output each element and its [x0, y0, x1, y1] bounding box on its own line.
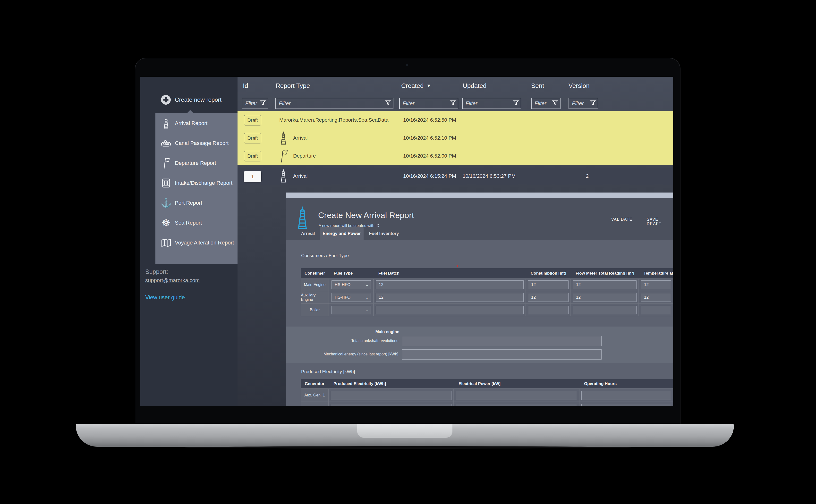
laptop-shadow — [184, 446, 632, 449]
tab-energy-and-power[interactable]: Energy and Power — [320, 227, 363, 240]
sidebar-item-intake-discharge-report[interactable]: Intake/Discharge Report — [155, 173, 237, 193]
table-row[interactable]: 1 Arrival 10/16/2024 6:15:24 PM 10/16/20… — [237, 168, 673, 185]
created-cell: 10/16/2024 6:52:00 PM — [403, 153, 456, 159]
column-header-report-type[interactable]: Report Type — [276, 82, 310, 90]
consumer-label: Boiler — [301, 304, 329, 316]
funnel-icon[interactable] — [513, 100, 519, 107]
mechanical-energy-input[interactable] — [402, 349, 602, 360]
funnel-icon[interactable] — [552, 100, 558, 107]
filter-updated-input[interactable] — [465, 100, 512, 107]
table-row[interactable]: Draft Marorka.Maren.Reporting.Reports.Se… — [237, 111, 673, 129]
electrical-power-input[interactable] — [456, 404, 577, 406]
filter-version-input[interactable] — [572, 100, 589, 107]
table-row: Boiler ⌄ — [301, 304, 673, 316]
temperature-input[interactable] — [641, 280, 671, 289]
funnel-icon[interactable] — [260, 100, 266, 107]
report-type-cell: Departure — [293, 153, 316, 159]
column-header-id[interactable]: Id — [243, 82, 248, 90]
filter-sent-input[interactable] — [534, 100, 551, 107]
create-arrival-report-modal: Create New Arrival Report A new report w… — [286, 193, 673, 406]
support-email-link[interactable]: support@marorka.com — [145, 277, 200, 284]
sidebar-item-canal-passage-report[interactable]: Canal Passage Report — [155, 133, 237, 153]
table-row[interactable]: Draft Departure 10/16/2024 6:52:00 PM — [237, 147, 673, 165]
filter-id-input[interactable] — [245, 100, 258, 107]
column-header-created[interactable]: Created ▼ — [401, 82, 431, 90]
modal-title: Create New Arrival Report — [318, 210, 414, 220]
fuel-type-select[interactable]: HS-HFO⌄ — [331, 293, 371, 302]
consumption-input[interactable] — [528, 293, 569, 302]
lighthouse-icon — [279, 131, 287, 146]
filter-id — [242, 98, 268, 109]
required-marker — [457, 265, 458, 267]
fuel-batch-input[interactable] — [376, 306, 524, 314]
report-type-cell: Arrival — [293, 135, 308, 141]
support-label: Support: — [145, 268, 168, 275]
col-consumption: Consumption [mt] — [526, 268, 571, 278]
anchor-icon: ⚓ — [159, 199, 173, 207]
validate-button[interactable]: VALIDATE — [611, 217, 632, 222]
electrical-power-input[interactable] — [456, 391, 577, 400]
created-cell: 10/16/2024 6:52:50 PM — [403, 117, 456, 123]
flow-meter-input[interactable] — [573, 306, 637, 314]
status-badge[interactable]: Draft — [244, 151, 261, 161]
status-badge[interactable]: Draft — [244, 115, 261, 126]
create-new-report-button[interactable]: Create new report — [161, 95, 221, 105]
produced-electricity-input[interactable] — [331, 404, 452, 406]
sidebar-item-voyage-alteration-report[interactable]: Voyage Alteration Report — [155, 233, 237, 253]
field-label: Total crankshaft revolutions — [286, 339, 398, 343]
chevron-down-icon: ⌄ — [365, 283, 369, 287]
filter-created-input[interactable] — [402, 100, 449, 107]
sidebar-item-port-report[interactable]: ⚓ Port Report — [155, 193, 237, 213]
fuel-batch-input[interactable] — [376, 293, 524, 302]
funnel-icon[interactable] — [590, 100, 596, 107]
report-type-cell: Arrival — [293, 173, 308, 179]
table-row[interactable]: Draft Arrival 10/16/2024 6:52:10 PM — [237, 129, 673, 147]
sidebar-item-label: Arrival Report — [175, 120, 207, 126]
temperature-input[interactable] — [641, 306, 671, 314]
sidebar-item-sea-report[interactable]: ☸ Sea Report — [155, 213, 237, 233]
fuel-type-select[interactable]: HS-HFO⌄ — [331, 280, 371, 289]
menu-pointer — [186, 110, 194, 114]
flow-meter-input[interactable] — [573, 293, 637, 302]
map-icon — [159, 238, 173, 247]
produced-electricity-input[interactable] — [331, 391, 452, 400]
tab-fuel-inventory[interactable]: Fuel Inventory — [366, 227, 402, 240]
fuel-batch-input[interactable] — [376, 280, 524, 289]
tab-arrival[interactable]: Arrival — [296, 227, 320, 240]
operating-hours-input[interactable] — [581, 404, 671, 406]
report-id-badge[interactable]: 1 — [244, 171, 261, 182]
barrel-icon — [159, 178, 173, 188]
consumer-label: Auxiliary Engine — [301, 291, 329, 304]
app-window: Create new report Arrival Report Canal P… — [140, 77, 673, 406]
consumption-input[interactable] — [528, 306, 569, 314]
funnel-icon[interactable] — [385, 100, 391, 107]
filter-report-type-input[interactable] — [278, 100, 384, 107]
column-header-version[interactable]: Version — [569, 82, 590, 90]
flag-icon — [159, 157, 173, 169]
sidebar-item-departure-report[interactable]: Departure Report — [155, 153, 237, 173]
flow-meter-input[interactable] — [573, 280, 637, 289]
total-crankshaft-revolutions-input[interactable] — [402, 336, 602, 346]
highlighted-draft-rows: Draft Marorka.Maren.Reporting.Reports.Se… — [237, 111, 673, 165]
column-header-sent[interactable]: Sent — [531, 82, 544, 90]
ship-wheel-icon: ☸ — [159, 218, 173, 228]
funnel-icon[interactable] — [450, 100, 456, 107]
create-new-report-label: Create new report — [175, 96, 221, 103]
sidebar-item-arrival-report[interactable]: Arrival Report — [155, 113, 237, 133]
temperature-input[interactable] — [641, 293, 671, 302]
col-fuel-type: Fuel Type — [329, 268, 373, 278]
generator-label — [301, 402, 328, 406]
column-header-updated[interactable]: Updated — [463, 82, 487, 90]
col-consumer: Consumer — [301, 268, 329, 278]
section-title-produced-electricity: Produced Electricity [kWh] — [301, 369, 355, 374]
filter-updated — [462, 98, 521, 109]
sidebar-item-label: Sea Report — [175, 220, 202, 226]
sort-descending-icon: ▼ — [427, 83, 431, 88]
save-draft-button[interactable]: SAVE DRAFT — [647, 217, 673, 226]
view-user-guide-link[interactable]: View user guide — [145, 294, 185, 301]
modal-body: Consumers / Fuel Type Consumer Fuel Type… — [286, 240, 673, 406]
consumption-input[interactable] — [528, 280, 569, 289]
fuel-type-select[interactable]: ⌄ — [331, 306, 371, 314]
status-badge[interactable]: Draft — [244, 133, 261, 143]
operating-hours-input[interactable] — [581, 391, 671, 400]
